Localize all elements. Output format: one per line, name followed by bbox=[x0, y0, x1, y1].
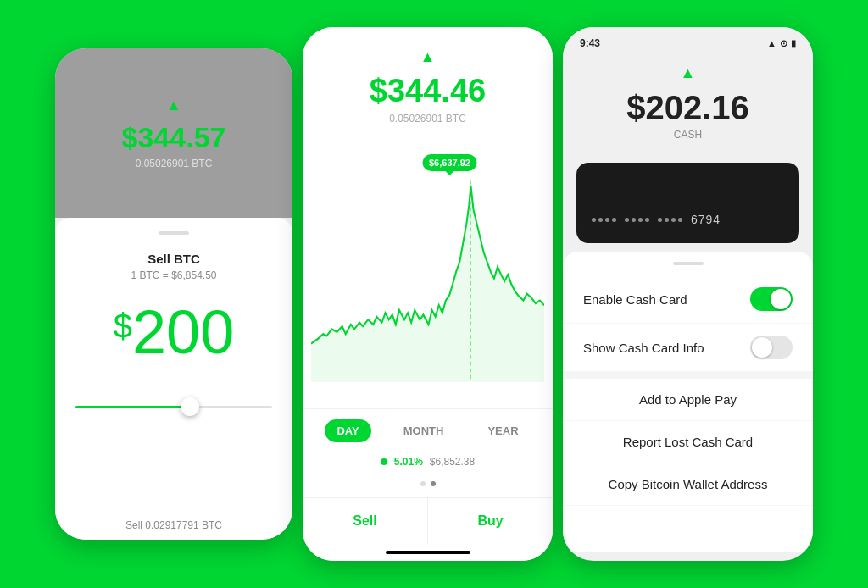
card-dot bbox=[612, 218, 616, 222]
card-dot-group-3 bbox=[658, 218, 682, 222]
report-lost-cash-card-button[interactable]: Report Lost Cash Card bbox=[563, 421, 813, 463]
show-cash-card-info-label: Show Cash Card Info bbox=[583, 341, 704, 355]
card-dot bbox=[605, 218, 609, 222]
card-dot-group-1 bbox=[592, 218, 616, 222]
copy-bitcoin-wallet-address-button[interactable]: Copy Bitcoin Wallet Address bbox=[563, 463, 813, 506]
chart-section: $6,637.92 bbox=[303, 146, 553, 408]
page-dot-1 bbox=[420, 481, 426, 486]
screen3-top: ▲ $202.16 CASH bbox=[563, 56, 813, 154]
toggle-thumb-off-icon bbox=[752, 337, 772, 358]
cash-card: 6794 bbox=[576, 163, 799, 243]
chart-stats: 5.01% $6,852.38 bbox=[303, 449, 553, 478]
signal-icon: ▲ bbox=[767, 38, 776, 48]
screen2-chevron-up-icon[interactable]: ▲ bbox=[420, 48, 436, 66]
card-dot bbox=[638, 218, 643, 222]
screen1-balance-btc: 0.05026901 BTC bbox=[136, 158, 213, 169]
amount-slider[interactable] bbox=[75, 397, 272, 417]
screen2-btc-chart: ▲ $344.46 0.05026901 BTC $6,637.92 DAY M… bbox=[303, 27, 553, 561]
sell-button[interactable]: Sell bbox=[303, 498, 428, 544]
screen3-chevron-up-icon[interactable]: ▲ bbox=[681, 64, 696, 82]
svg-marker-1 bbox=[311, 186, 544, 382]
card-dots: 6794 bbox=[592, 213, 721, 226]
wifi-icon: ⊙ bbox=[780, 38, 787, 49]
slider-thumb[interactable] bbox=[181, 397, 199, 416]
enable-cash-card-label: Enable Cash Card bbox=[583, 292, 687, 307]
chart-pagination bbox=[303, 478, 553, 490]
action-divider bbox=[563, 372, 813, 379]
sell-buy-bar: Sell Buy bbox=[303, 497, 553, 544]
card-dot bbox=[632, 218, 636, 222]
home-indicator bbox=[386, 551, 470, 554]
screen2-top: ▲ $344.46 0.05026901 BTC bbox=[303, 27, 553, 146]
battery-icon: ▮ bbox=[791, 38, 796, 49]
screen1-top: ▲ $344.57 0.05026901 BTC bbox=[55, 48, 292, 218]
home-bar bbox=[303, 544, 553, 561]
stat-price: $6,852.38 bbox=[430, 456, 475, 468]
btc-chart-svg bbox=[311, 171, 544, 391]
sell-btc-label: Sell 0.02917791 BTC bbox=[125, 519, 222, 531]
screen1-bottom-sheet: Sell BTC 1 BTC = $6,854.50 $200 Sell 0.0… bbox=[55, 218, 292, 540]
screen1-sell-btc: ▲ $344.57 0.05026901 BTC Sell BTC 1 BTC … bbox=[55, 48, 292, 540]
sell-title: Sell BTC bbox=[147, 252, 200, 266]
page-dot-2 bbox=[431, 481, 436, 486]
tab-day[interactable]: DAY bbox=[325, 419, 370, 442]
screen3-balance-label: CASH bbox=[674, 129, 702, 141]
action-sheet: Enable Cash Card Show Cash Card Info Add… bbox=[563, 252, 813, 552]
dollar-sign: $ bbox=[114, 308, 132, 342]
action-sheet-handle[interactable] bbox=[673, 262, 704, 265]
card-dot bbox=[645, 218, 649, 222]
show-cash-card-info-toggle[interactable] bbox=[750, 336, 793, 359]
card-dot bbox=[625, 218, 629, 222]
screen3-content: ▲ $202.16 CASH bbox=[563, 56, 813, 552]
toggle-thumb-icon bbox=[771, 289, 791, 309]
chevron-up-icon[interactable]: ▲ bbox=[166, 97, 181, 114]
sell-amount: $200 bbox=[114, 302, 234, 363]
card-dot bbox=[678, 218, 682, 222]
slider-track bbox=[75, 406, 272, 408]
card-dot bbox=[658, 218, 662, 222]
screen3-cash-card: 9:43 ▲ ⊙ ▮ ▲ $202.16 CASH bbox=[563, 27, 813, 561]
status-icons: ▲ ⊙ ▮ bbox=[767, 38, 796, 49]
sell-rate: 1 BTC = $6,854.50 bbox=[131, 269, 216, 281]
card-dot bbox=[665, 218, 669, 222]
stat-percent: 5.01% bbox=[394, 456, 423, 468]
enable-cash-card-row: Enable Cash Card bbox=[563, 275, 813, 324]
screen1-balance-usd: $344.57 bbox=[122, 121, 226, 154]
status-time: 9:43 bbox=[580, 37, 600, 49]
card-number: 6794 bbox=[691, 213, 721, 226]
card-dot bbox=[671, 218, 676, 222]
screen2-balance-btc: 0.05026901 BTC bbox=[389, 113, 466, 125]
screen2-balance-usd: $344.46 bbox=[370, 73, 486, 109]
screen3-balance-usd: $202.16 bbox=[626, 89, 749, 127]
buy-button[interactable]: Buy bbox=[428, 498, 553, 544]
slider-fill bbox=[75, 406, 193, 408]
tab-year[interactable]: YEAR bbox=[476, 419, 530, 442]
chart-tooltip: $6,637.92 bbox=[422, 154, 477, 171]
card-dot-group-2 bbox=[625, 218, 649, 222]
show-cash-card-info-row: Show Cash Card Info bbox=[563, 324, 813, 372]
card-dot bbox=[598, 218, 603, 222]
time-tabs: DAY MONTH YEAR bbox=[303, 408, 553, 449]
tab-month[interactable]: MONTH bbox=[392, 419, 456, 442]
status-bar: 9:43 ▲ ⊙ ▮ bbox=[563, 27, 813, 56]
screens-container: ▲ $344.57 0.05026901 BTC Sell BTC 1 BTC … bbox=[38, 10, 830, 578]
stat-dot-icon bbox=[381, 458, 387, 465]
enable-cash-card-toggle[interactable] bbox=[750, 287, 793, 311]
sheet-handle[interactable] bbox=[159, 231, 189, 235]
add-apple-pay-button[interactable]: Add to Apple Pay bbox=[563, 379, 813, 421]
card-dot bbox=[592, 218, 596, 222]
